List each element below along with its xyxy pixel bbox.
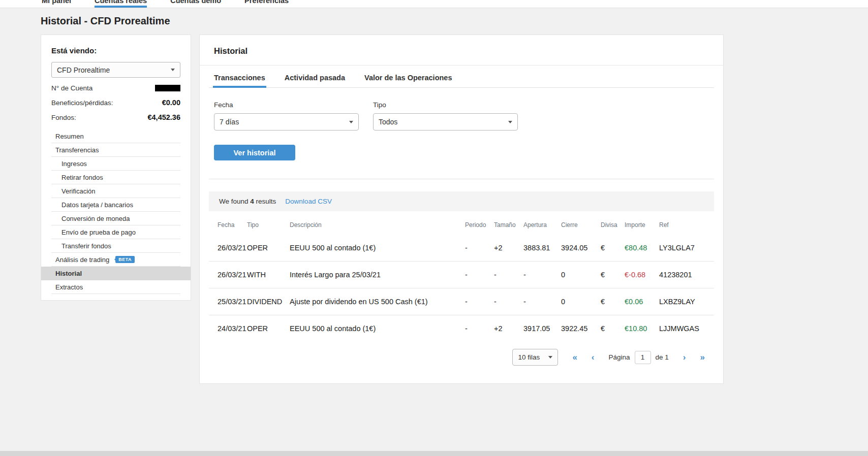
cell-importe: €0.06: [625, 298, 659, 306]
funds-row: Fondos: €4,452.36: [51, 113, 180, 121]
column-header-cierre: Cierre: [561, 221, 601, 229]
tab-transacciones[interactable]: Transacciones: [214, 74, 265, 87]
account-number-redacted: [155, 85, 180, 91]
sidebar-menu: Resumen Transferencias Ingresos Retirar …: [51, 129, 180, 294]
panel-title: Historial: [214, 46, 709, 56]
sidebar-item-transferencias[interactable]: Transferencias: [51, 143, 180, 157]
pnl-value: €0.00: [162, 99, 180, 107]
cell-tamano: +2: [494, 244, 523, 252]
sidebar-item-label: Extractos: [55, 283, 83, 291]
tipo-filter: Tipo Todos: [373, 101, 518, 131]
cell-descripcion: EEUU 500 al contado (1€): [290, 244, 465, 252]
page-title: Historial - CFD Prorealtime: [41, 15, 170, 27]
cell-periodo: -: [465, 298, 494, 306]
topnav-tab-label: Cuentas demo: [170, 0, 221, 5]
funds-value: €4,452.36: [147, 113, 180, 121]
sidebar-item-label: Ingresos: [61, 160, 87, 168]
sidebar-item-transferir-fondos[interactable]: Transferir fondos: [51, 239, 180, 253]
last-page-button[interactable]: »: [700, 353, 705, 362]
topnav-tab-cuentas-demo[interactable]: Cuentas demo: [170, 0, 221, 8]
cell-fecha: 26/03/21: [218, 244, 247, 252]
topnav-tab-cuentas-reales[interactable]: Cuentas reales: [95, 0, 147, 8]
sidebar-item-historial[interactable]: Historial: [41, 267, 191, 280]
tab-label: Actividad pasada: [285, 74, 345, 82]
cell-divisa: €: [601, 244, 625, 252]
results-suffix: results: [256, 198, 276, 205]
cell-importe: €80.48: [625, 244, 659, 252]
next-page-button[interactable]: ›: [683, 353, 686, 362]
sidebar-item-retirar-fondos[interactable]: Retirar fondos: [51, 171, 180, 184]
sidebar-item-ingresos[interactable]: Ingresos: [51, 157, 180, 171]
column-header-descripcion: Descripción: [290, 221, 465, 229]
table-row: 26/03/21 OPER EEUU 500 al contado (1€) -…: [209, 235, 714, 261]
previous-page-button[interactable]: ‹: [592, 353, 595, 362]
cell-apertura: 3883.81: [523, 244, 561, 252]
page-indicator: Página de 1: [609, 351, 669, 364]
chevron-down-icon: [349, 121, 353, 123]
cell-descripcion: Interés Largo para 25/03/21: [290, 271, 465, 279]
history-tabs: Transacciones Actividad pasada Valor de …: [209, 66, 714, 88]
sidebar-item-label: Envío de prueba de pago: [61, 229, 136, 236]
sidebar-item-label: Análisis de trading: [55, 256, 109, 264]
topnav-items: Mi panel Cuentas reales Cuentas demo Pre…: [42, 0, 868, 8]
sidebar-item-envio-de-prueba-de-pago[interactable]: Envío de prueba de pago: [51, 225, 180, 239]
rows-per-page-select[interactable]: 10 filas: [512, 349, 558, 366]
fecha-filter: Fecha 7 días: [214, 101, 359, 131]
cell-apertura: -: [523, 271, 561, 279]
cell-apertura: -: [523, 298, 561, 306]
cell-divisa: €: [601, 271, 625, 279]
cell-periodo: -: [465, 271, 494, 279]
fecha-select[interactable]: 7 días: [214, 113, 359, 131]
table-row: 25/03/21 DIVIDEND Ajuste por dividendo e…: [209, 288, 714, 315]
cell-tamano: +2: [494, 324, 523, 333]
tab-actividad-pasada[interactable]: Actividad pasada: [285, 74, 345, 87]
tipo-select[interactable]: Todos: [373, 113, 518, 131]
column-header-ref: Ref: [659, 221, 714, 229]
column-header-divisa: Divisa: [601, 221, 625, 229]
sidebar-item-datos-tarjeta-bancarios[interactable]: Datos tarjeta / bancarios: [51, 198, 180, 212]
results-summary: We found 4 results: [219, 198, 276, 205]
first-page-button[interactable]: «: [572, 353, 577, 362]
transactions-table: Fecha Tipo Descripción Periodo Tamaño Ap…: [209, 211, 714, 366]
cell-tamano: -: [494, 271, 523, 279]
download-csv-link[interactable]: Download CSV: [285, 198, 332, 205]
table-body: 26/03/21 OPER EEUU 500 al contado (1€) -…: [209, 235, 714, 342]
topnav-tab-label: Cuentas reales: [95, 0, 147, 5]
results-prefix: We found: [219, 198, 249, 205]
bottom-strip: [0, 451, 868, 456]
cell-ref: LJJMWGAS: [659, 324, 714, 333]
filters: Fecha 7 días Tipo Todos: [200, 88, 723, 131]
account-select[interactable]: CFD Prorealtime: [51, 62, 180, 78]
cell-descripcion: EEUU 500 al contado (1€): [290, 324, 465, 333]
cell-tipo: OPER: [247, 324, 290, 333]
cell-divisa: €: [601, 324, 625, 333]
cell-divisa: €: [601, 298, 625, 306]
cell-tipo: WITH: [247, 271, 290, 279]
tab-valor-de-las-operaciones[interactable]: Valor de las Operaciones: [364, 74, 452, 87]
column-header-periodo: Periodo: [465, 221, 494, 229]
tab-label: Transacciones: [214, 74, 265, 82]
table-row: 24/03/21 OPER EEUU 500 al contado (1€) -…: [209, 315, 714, 342]
sidebar-item-conversion-de-moneda[interactable]: Conversión de moneda: [51, 212, 180, 225]
sidebar-item-label: Verificación: [61, 187, 95, 195]
topnav-tab-preferencias[interactable]: Preferencias: [244, 0, 289, 8]
page-number-input[interactable]: [635, 351, 651, 364]
column-header-apertura: Apertura: [523, 221, 561, 229]
chevron-down-icon: [508, 121, 512, 123]
column-header-tamano: Tamaño: [494, 221, 523, 229]
chevron-down-icon: [548, 356, 552, 359]
sidebar-item-extractos[interactable]: Extractos: [51, 280, 180, 294]
sidebar-item-verificacion[interactable]: Verificación: [51, 184, 180, 198]
account-sidebar: Está viendo: CFD Prorealtime N° de Cuent…: [41, 35, 191, 301]
sidebar-item-analisis-de-trading[interactable]: Análisis de trading BETA: [51, 253, 180, 267]
pnl-label: Beneficios/pérdidas:: [51, 99, 113, 107]
cell-importe: €10.80: [625, 324, 659, 333]
page-label: Página: [609, 353, 630, 361]
rows-per-page-value: 10 filas: [518, 353, 540, 361]
cell-fecha: 26/03/21: [218, 271, 247, 279]
beta-badge: BETA: [115, 256, 135, 263]
topnav-tab-mi-panel[interactable]: Mi panel: [42, 0, 71, 8]
ver-historial-button[interactable]: Ver historial: [214, 145, 295, 160]
account-number-row: N° de Cuenta: [51, 84, 180, 92]
sidebar-item-resumen[interactable]: Resumen: [51, 129, 180, 143]
